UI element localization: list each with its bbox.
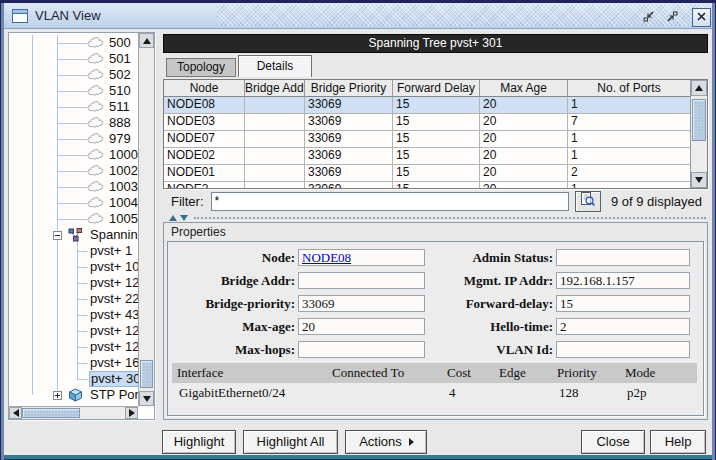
column-header[interactable]: Node [164,80,245,97]
filter-input[interactable] [211,192,569,211]
property-row: Max-age: 20 [170,315,430,338]
tree-item-pvst[interactable]: pvst+ 43 [9,307,138,323]
cell-max-age: 20 [480,114,568,131]
cell-edge [494,383,552,403]
collapse-up-icon[interactable] [169,215,177,221]
scroll-left-button[interactable] [9,407,22,419]
tree-item-pvst[interactable]: pvst+ 12 [9,323,138,339]
table-row[interactable]: NODE2 33069 15 20 1 [164,182,690,188]
scroll-down-button[interactable] [139,391,154,406]
cloud-icon [87,116,104,131]
column-header[interactable]: Edge [494,363,552,383]
tree-item-vlan[interactable]: 1002 [9,163,138,179]
minimize-button[interactable] [640,9,657,26]
table-vertical-scrollbar[interactable] [690,80,707,188]
tree-item-pvst[interactable]: pvst+ 22 [9,291,138,307]
scroll-up-button[interactable] [139,33,154,48]
tree-item-label: 1005 [109,212,138,226]
property-value[interactable]: 33069 [302,296,335,311]
tab-details[interactable]: Details [238,55,312,77]
collapse-toggle-icon[interactable] [53,231,62,240]
tree-horizontal-scrollbar[interactable] [9,406,138,419]
cloud-icon [87,132,104,147]
actions-button[interactable]: Actions [345,430,427,454]
cell-forward-delay: 15 [393,148,480,165]
up-arrow-icon [695,85,703,91]
split-divider[interactable] [163,214,708,222]
column-header[interactable]: Cost [442,363,494,383]
interface-table-header: InterfaceConnected ToCostEdgePriorityMod… [172,363,697,383]
tree-item-vlan[interactable]: 501 [9,51,138,67]
help-button[interactable]: Help [650,430,706,454]
tree-item-vlan[interactable]: 1000 [9,147,138,163]
filter-search-button[interactable] [575,191,601,212]
column-header[interactable]: Priority [552,363,620,383]
property-value: 15 [560,296,573,311]
tree-item-vlan[interactable]: 510 [9,83,138,99]
property-label: Node: [170,250,298,266]
close-button[interactable] [692,8,711,27]
column-header[interactable]: Interface [172,363,327,383]
interface-row[interactable]: GigabitEthernet0/24 4 128 p2p [172,383,697,403]
tree-item-vlan[interactable]: 502 [9,67,138,83]
tab-topology[interactable]: Topology [166,58,236,77]
column-header[interactable]: Bridge Addr [245,80,305,97]
column-header[interactable]: No. of Ports [568,80,690,97]
scroll-down-button[interactable] [691,172,707,188]
tree-item-pvst[interactable]: pvst+ 10 [9,259,138,275]
scrollbar-thumb[interactable] [692,99,706,141]
tree-item-label: STP Por [90,388,138,402]
cell-max-age: 20 [480,97,568,114]
scroll-up-button[interactable] [691,80,707,96]
maximize-button[interactable] [664,9,681,26]
table-row[interactable]: NODE03 33069 15 20 7 [164,114,690,131]
tree-item-label: 500 [109,36,131,50]
property-value[interactable]: 20 [302,319,315,334]
scrollbar-thumb[interactable] [22,408,80,418]
tree-item-label: 888 [109,116,131,130]
tree-item-spanning[interactable]: Spannin [9,227,138,243]
tree-item-pvst[interactable]: pvst+ 16 [9,355,138,371]
table-row[interactable]: NODE07 33069 15 20 1 [164,131,690,148]
tree-item-pvst[interactable]: pvst+ 1 [9,243,138,259]
table-row[interactable]: NODE01 33069 15 20 2 [164,165,690,182]
scroll-right-button[interactable] [125,407,138,419]
tree-vertical-scrollbar[interactable] [138,33,154,406]
column-header[interactable]: Forward Delay [393,80,480,97]
tree-item-vlan[interactable]: 1005 [9,211,138,227]
interface-table-rows: GigabitEthernet0/24 4 128 p2p [172,383,697,403]
collapse-down-icon[interactable] [180,215,188,221]
tree-item-pvst[interactable]: pvst+ 12 [9,339,138,355]
table-row[interactable]: NODE02 33069 15 20 1 [164,148,690,165]
cell-node: NODE02 [164,148,245,165]
cell-max-age: 20 [480,182,568,188]
table-row[interactable]: NODE08 33069 15 20 1 [164,97,690,114]
titlebar[interactable]: VLAN View [4,3,712,29]
tree-item-vlan[interactable]: 500 [9,35,138,51]
column-header[interactable]: Bridge Priority [305,80,393,97]
tree-item-label: pvst+ 12 [90,276,138,290]
cube-icon [68,388,83,405]
tree-item-label: Spannin [90,228,138,242]
tree-item-vlan[interactable]: 511 [9,99,138,115]
highlight-all-button[interactable]: Highlight All [243,430,338,454]
tree-item-vlan[interactable]: 1003 [9,179,138,195]
tree-item-vlan[interactable]: 888 [9,115,138,131]
tree-item-pvst[interactable]: pvst+ 30 [9,371,138,387]
cloud-icon [87,148,104,163]
highlight-button[interactable]: Highlight [162,430,236,454]
scrollbar-thumb[interactable] [140,360,153,388]
tree-item-vlan[interactable]: 1004 [9,195,138,211]
tree-item-vlan[interactable]: 979 [9,131,138,147]
expand-toggle-icon[interactable] [53,391,62,400]
close-dialog-button[interactable]: Close [581,430,645,454]
property-value[interactable]: NODE08 [302,250,351,265]
column-header[interactable]: Mode [620,363,697,383]
tree-item-label: 502 [109,68,131,82]
column-header[interactable]: Max Age [480,80,568,97]
column-header[interactable]: Connected To [327,363,442,383]
tree-item-label: 501 [109,52,131,66]
tree-item-pvst[interactable]: pvst+ 12 [9,275,138,291]
cell-node: NODE08 [164,97,245,114]
tree-item-stp-port[interactable]: STP Por [9,387,138,403]
